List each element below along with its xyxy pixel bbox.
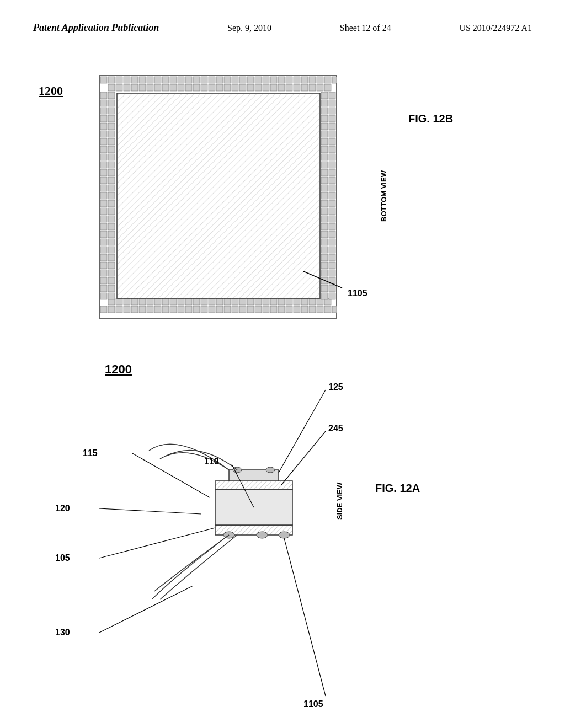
svg-rect-222 (321, 247, 328, 253)
svg-rect-94 (124, 298, 130, 305)
fig12a-container: 1200 (33, 354, 530, 728)
svg-rect-31 (332, 77, 337, 83)
svg-rect-150 (108, 108, 115, 114)
svg-rect-209 (321, 146, 328, 153)
svg-rect-63 (116, 306, 122, 313)
svg-rect-197 (329, 262, 335, 269)
svg-rect-149 (108, 100, 115, 106)
svg-rect-61 (100, 306, 107, 313)
svg-rect-200 (329, 285, 335, 292)
svg-rect-12 (185, 77, 192, 83)
svg-rect-81 (255, 306, 262, 313)
svg-rect-206 (321, 123, 328, 130)
svg-rect-192 (329, 223, 335, 230)
svg-rect-141 (100, 247, 107, 253)
fig12b-svg: BOTTOM VIEW FIG. 12B 1105 (33, 67, 486, 332)
svg-text:110: 110 (204, 457, 219, 466)
svg-rect-123 (100, 108, 107, 114)
svg-rect-183 (329, 154, 335, 160)
svg-rect-153 (108, 131, 115, 137)
svg-rect-91 (332, 306, 337, 313)
svg-rect-189 (329, 200, 335, 207)
svg-rect-185 (329, 169, 335, 176)
svg-rect-6 (139, 77, 146, 83)
fig12b-container: 1200 (33, 67, 486, 332)
publication-number: US 2010/224972 A1 (459, 23, 532, 33)
svg-rect-39 (162, 84, 169, 91)
svg-rect-203 (321, 100, 328, 106)
svg-rect-21 (255, 77, 262, 83)
svg-text:130: 130 (55, 628, 70, 637)
svg-rect-231 (118, 94, 319, 298)
svg-point-245 (257, 532, 268, 538)
svg-rect-64 (124, 306, 130, 313)
svg-line-259 (99, 528, 215, 558)
svg-rect-22 (263, 77, 269, 83)
svg-rect-162 (108, 200, 115, 207)
svg-rect-79 (239, 306, 246, 313)
svg-rect-146 (100, 285, 107, 292)
svg-rect-66 (139, 306, 146, 313)
svg-rect-129 (100, 154, 107, 160)
svg-rect-179 (329, 123, 335, 130)
svg-rect-99 (162, 298, 169, 305)
svg-rect-196 (329, 254, 335, 261)
svg-rect-71 (178, 306, 184, 313)
publication-title: Patent Application Publication (33, 22, 159, 34)
svg-rect-157 (108, 162, 115, 168)
svg-rect-25 (286, 77, 292, 83)
svg-rect-154 (108, 138, 115, 145)
svg-rect-69 (162, 306, 169, 313)
svg-rect-87 (301, 306, 308, 313)
svg-rect-204 (321, 108, 328, 114)
svg-rect-224 (321, 262, 328, 269)
svg-rect-227 (321, 285, 328, 292)
svg-rect-96 (139, 298, 146, 305)
svg-rect-85 (286, 306, 292, 313)
svg-rect-98 (154, 298, 161, 305)
svg-rect-145 (100, 277, 107, 284)
svg-rect-142 (100, 254, 107, 261)
svg-rect-33 (116, 84, 122, 91)
svg-rect-213 (321, 177, 328, 184)
svg-rect-115 (286, 298, 292, 305)
svg-rect-124 (100, 115, 107, 122)
svg-rect-93 (116, 298, 122, 305)
svg-rect-89 (317, 306, 323, 313)
svg-rect-56 (294, 84, 300, 91)
svg-text:FIG. 12A: FIG. 12A (375, 482, 420, 494)
svg-rect-136 (100, 208, 107, 215)
svg-rect-121 (100, 92, 107, 99)
svg-rect-16 (216, 77, 223, 83)
svg-rect-3 (116, 77, 122, 83)
svg-rect-97 (147, 298, 153, 305)
svg-rect-167 (108, 239, 115, 245)
svg-rect-108 (232, 298, 238, 305)
fig12a-svg: 1200 (33, 354, 530, 728)
svg-line-249 (279, 390, 326, 473)
svg-rect-50 (247, 84, 254, 91)
svg-rect-156 (108, 154, 115, 160)
page-header: Patent Application Publication Sep. 9, 2… (0, 0, 565, 45)
svg-rect-75 (209, 306, 215, 313)
svg-rect-163 (108, 208, 115, 215)
svg-rect-130 (100, 162, 107, 168)
svg-rect-19 (239, 77, 246, 83)
svg-rect-38 (154, 84, 161, 91)
svg-rect-29 (317, 77, 323, 83)
content-area: 1200 (0, 45, 565, 728)
svg-rect-169 (108, 254, 115, 261)
svg-rect-201 (329, 293, 335, 299)
svg-rect-202 (321, 92, 328, 99)
svg-text:245: 245 (328, 424, 343, 433)
svg-rect-76 (216, 306, 223, 313)
svg-rect-172 (108, 277, 115, 284)
svg-rect-111 (255, 298, 262, 305)
svg-text:1200: 1200 (105, 362, 132, 376)
svg-rect-135 (100, 200, 107, 207)
svg-rect-23 (270, 77, 277, 83)
svg-rect-47 (224, 84, 231, 91)
svg-rect-194 (329, 239, 335, 245)
svg-rect-1 (100, 77, 107, 83)
svg-rect-15 (209, 77, 215, 83)
